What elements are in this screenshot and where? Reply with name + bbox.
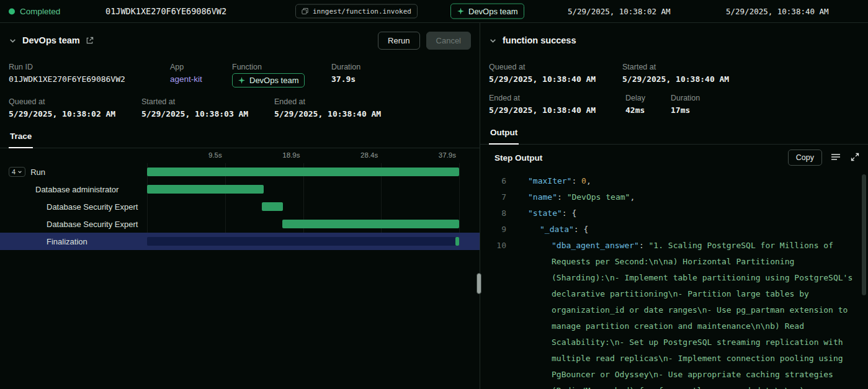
step-meta-row-2: Ended at 5/29/2025, 10:38:40 AM Delay 42… [480,94,868,115]
field-label: Started at [141,97,274,106]
field-queued-at: Queued at 5/29/2025, 10:38:40 AM [489,63,622,84]
chevron-down-icon[interactable] [489,37,497,45]
event-badge[interactable]: inngest/function.invoked [295,4,418,19]
trace-row[interactable]: Finalization [0,233,480,250]
trace-row-label: Database Security Expert [47,220,138,229]
field-label: Function [232,63,331,71]
trace-row-label-area: Finalization [0,237,147,246]
trace-rows: 4RunDatabase administratorDatabase Secur… [0,163,480,250]
run-panel-header: DevOps team Rerun Cancel [0,23,480,50]
field-label: App [170,63,232,71]
field-value: 01JWDK1XE270F6YE69086VW2 [9,74,170,84]
field-value: 5/29/2025, 10:38:03 AM [141,109,274,118]
field-label: Delay [625,94,671,102]
field-value: 5/29/2025, 10:38:02 AM [9,109,141,118]
field-ended-at: Ended at 5/29/2025, 10:38:40 AM [274,97,381,118]
trace-row-label: Run [30,168,45,177]
field-label: Ended at [274,97,381,106]
output-panel: Step Output Copy 6"maxIt [480,145,868,389]
trace-span-bar[interactable] [455,237,459,246]
field-value: 42ms [625,105,671,115]
line-wrap-button[interactable] [830,151,842,164]
lines-icon [831,153,841,163]
output-title: Step Output [494,153,542,163]
trace-span-track [147,237,459,246]
code-viewer: 6"maxIter": 0,7"name": "DevOps team",8"s… [480,171,868,389]
trace-row-label: Finalization [47,237,87,246]
trace-span-bar[interactable] [282,220,459,228]
cancel-button[interactable]: Cancel [426,32,471,50]
function-badge-label: DevOps team [468,7,517,16]
trace-row-label: Database Security Expert [47,202,138,212]
chevron-down-icon[interactable] [9,37,17,45]
trace-row-label: Database administrator [35,185,119,194]
line-number: 10 [485,238,506,389]
code-content: "state": { [516,205,858,221]
function-pill[interactable]: DevOps team [232,73,305,87]
status-dot-icon [9,8,15,14]
copy-button[interactable]: Copy [788,150,822,166]
trace-span-bar[interactable] [147,185,264,194]
span-count-toggle[interactable]: 4 [9,167,25,177]
code-content: "_data": { [516,221,858,238]
line-number: 9 [485,221,506,238]
trace-row[interactable]: Database administrator [0,181,480,198]
line-number: 8 [485,205,506,221]
trace-row-label-area: Database administrator [0,185,147,194]
rerun-button[interactable]: Rerun [378,32,419,50]
tab-trace[interactable]: Trace [9,126,33,148]
tab-output[interactable]: Output [489,122,519,145]
trace-row-label-area: Database Security Expert [0,220,147,229]
step-panel-header: function success [480,23,868,50]
main-area: DevOps team Rerun Cancel Run ID 01JWDK1X… [0,23,868,389]
function-badge[interactable]: DevOps team [450,4,524,19]
step-title: function success [503,35,576,45]
code-scrollbar[interactable] [862,174,866,295]
trace-span-bar[interactable] [262,202,283,211]
field-label: Duration [671,94,700,102]
trace-span-bar[interactable] [147,168,459,176]
line-number: 6 [485,173,506,189]
code-line: 9"_data": { [485,221,858,238]
field-label: Queued at [489,63,622,71]
output-header: Step Output Copy [480,145,868,171]
field-label: Run ID [9,63,170,71]
trace-axis: 9.5s18.9s28.4s37.9s [147,151,459,162]
field-value: 5/29/2025, 10:38:40 AM [489,105,625,115]
trace-waterfall: 9.5s18.9s28.4s37.9s 4RunDatabase adminis… [0,148,480,389]
run-status: Completed [9,7,60,16]
trace-row[interactable]: Database Security Expert [0,215,480,233]
trace-row[interactable]: Database Security Expert [0,198,480,215]
code-line: 8"state": { [485,205,858,221]
trace-bar-area [147,233,459,250]
trace-row-label-area: 4Run [0,167,147,177]
panel-resize-handle[interactable] [477,273,481,294]
step-panel: function success Queued at 5/29/2025, 10… [480,23,868,389]
status-label: Completed [20,7,60,16]
step-meta-row-1: Queued at 5/29/2025, 10:38:40 AM Started… [480,63,868,84]
field-delay: Delay 42ms [625,94,671,115]
trace-bar-area [147,163,459,181]
expand-button[interactable] [849,151,861,164]
field-value: 5/29/2025, 10:38:40 AM [622,74,729,84]
field-label: Started at [622,63,729,71]
axis-tick-label: 37.9s [439,151,456,159]
code-line: 6"maxIter": 0, [485,173,858,189]
code-content: "dba_agent_answer": "1. Scaling PostgreS… [516,238,858,389]
field-ended-at: Ended at 5/29/2025, 10:38:40 AM [489,94,625,115]
topbar-queued-time: 5/29/2025, 10:38:02 AM [568,7,671,16]
sparkles-icon [238,77,245,84]
trace-rows-wrap: 4RunDatabase administratorDatabase Secur… [0,163,480,250]
run-meta-row-1: Run ID 01JWDK1XE270F6YE69086VW2 App agen… [0,63,480,87]
field-queued-at: Queued at 5/29/2025, 10:38:02 AM [9,97,141,118]
event-icon [302,8,308,15]
trace-bar-area [147,198,459,215]
field-value: 5/29/2025, 10:38:40 AM [274,109,381,118]
external-link-icon[interactable] [86,37,94,45]
axis-tick-label: 28.4s [360,151,378,159]
field-label: Queued at [9,97,141,106]
field-label: Duration [331,63,360,71]
topbar: Completed 01JWDK1XE270F6YE69086VW2 innge… [0,0,868,23]
trace-row[interactable]: 4Run [0,163,480,181]
app-link[interactable]: agent-kit [170,74,232,84]
